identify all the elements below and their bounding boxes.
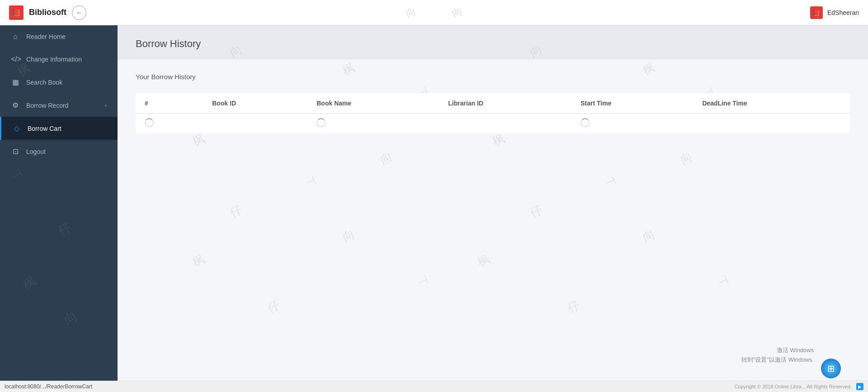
col-start-time: Start Time	[571, 93, 693, 114]
sidebar-item-reader-home[interactable]: ⌂ Reader Home	[0, 25, 118, 48]
header-left: 📕 Bibliosoft ←	[9, 5, 86, 20]
page-header: Borrow History	[118, 25, 868, 59]
content-body: Your Borrow History # Book ID Book Name …	[118, 59, 868, 147]
spinner-cell-1	[203, 114, 307, 134]
cwm-13: ⊣	[303, 173, 318, 190]
sidebar-label-search-book: Search Book	[26, 79, 62, 86]
cwm-11: 向	[377, 148, 395, 167]
spinner-1	[136, 114, 203, 134]
windows-logo: ⊞	[827, 363, 835, 374]
table-header-row: # Book ID Book Name Librarian ID Start T…	[136, 93, 850, 114]
windows-badge-icon: ⊞	[821, 359, 841, 378]
statusbar-right: Copyright © 2018.Online Libra... All Rig…	[735, 383, 863, 390]
cwm-24: 仔	[565, 297, 582, 317]
header-watermarks: 向 向	[406, 6, 462, 19]
loading-row	[136, 114, 850, 134]
logo-icon: 📕	[9, 5, 24, 20]
col-number: #	[136, 93, 203, 114]
chevron-icon: ‹	[105, 102, 107, 109]
sidebar: 枫 向 ⊣ 仔 枫 向 ⌂ Reader Home </> Change Inf…	[0, 25, 118, 381]
back-button[interactable]: ←	[72, 5, 86, 20]
sidebar-label-change-information: Change Information	[26, 56, 82, 63]
content-area: 向 向 枫 枫 ⊣ ⊣ 仔 仔 枫 枫 向 向 ⊣ ⊣ 仔 仔 向 向 枫 枫 …	[118, 25, 868, 381]
cwm-19: 枫	[190, 251, 207, 271]
activate-windows-text: 激活 Windows 转到"设置"以激活 Windows.	[741, 346, 814, 365]
col-librarian-id: Librarian ID	[439, 93, 571, 114]
cwm-20: 枫	[475, 251, 492, 271]
back-arrow-icon: ←	[76, 9, 82, 16]
main-layout: 枫 向 ⊣ 仔 枫 向 ⌂ Reader Home </> Change Inf…	[0, 25, 868, 381]
gear-icon: ⚙	[11, 101, 20, 110]
spinner-cell-3	[693, 114, 850, 134]
section-subtitle: Your Borrow History	[136, 73, 850, 81]
swm-4: 仔	[55, 219, 75, 240]
swm-3: ⊣	[9, 166, 25, 184]
sidebar-label-logout: Logout	[26, 148, 46, 155]
username-label: EdSheeran	[827, 9, 859, 16]
logo-text: Bibliosoft	[29, 8, 66, 17]
cwm-12: 向	[678, 148, 695, 167]
col-book-name: Book Name	[307, 93, 439, 114]
table-body	[136, 114, 850, 134]
spinner-3	[571, 114, 693, 134]
col-deadline-time: DeadLine Time	[693, 93, 850, 114]
sidebar-item-logout[interactable]: ⊡ Logout	[0, 140, 118, 163]
header-right: 📕 EdSheeran	[810, 6, 859, 19]
swm-5: 枫	[20, 272, 39, 293]
activate-line2: 转到"设置"以激活 Windows.	[741, 355, 814, 365]
spinner-cell-2	[439, 114, 571, 134]
cwm-14: ⊣	[603, 173, 618, 190]
copyright-text: Copyright © 2018.Online Libra... All Rig…	[735, 384, 852, 389]
statusbar: localhost:8080/.../ReaderBorrowCart Copy…	[0, 381, 868, 392]
activate-line1: 激活 Windows	[741, 346, 814, 355]
statusbar-url: localhost:8080/.../ReaderBorrowCart	[5, 383, 92, 390]
sidebar-item-search-book[interactable]: ▦ Search Book	[0, 71, 118, 94]
page-title: Borrow History	[136, 38, 850, 50]
table-header: # Book ID Book Name Librarian ID Start T…	[136, 93, 850, 114]
sidebar-item-borrow-cart[interactable]: ◇ Borrow Cart	[0, 117, 118, 140]
spinner-2	[307, 114, 439, 134]
header-wm-1: 向	[404, 5, 418, 21]
cwm-17: 向	[340, 226, 357, 246]
cwm-21: ⊣	[415, 272, 431, 290]
borrow-history-table-container: # Book ID Book Name Librarian ID Start T…	[136, 93, 850, 133]
logout-icon: ⊡	[11, 147, 20, 156]
app-header: 📕 Bibliosoft ← 向 向 📕 EdSheeran	[0, 0, 868, 25]
sidebar-label-reader-home: Reader Home	[26, 33, 66, 40]
sidebar-item-change-information[interactable]: </> Change Information	[0, 48, 118, 71]
sidebar-label-borrow-cart: Borrow Cart	[28, 125, 61, 132]
code-icon: </>	[11, 55, 20, 63]
swm-6: 向	[61, 308, 80, 329]
sidebar-label-borrow-record: Borrow Record	[26, 102, 68, 109]
grid-icon: ▦	[11, 78, 20, 86]
user-avatar-icon: 📕	[810, 6, 823, 19]
cwm-15: 仔	[227, 201, 245, 221]
cwm-16: 仔	[528, 201, 545, 221]
sidebar-item-borrow-record[interactable]: ⚙ Borrow Record ‹	[0, 94, 118, 117]
scroll-right-button[interactable]: ▶	[856, 383, 863, 390]
cwm-18: 向	[640, 226, 657, 246]
home-icon: ⌂	[11, 33, 20, 41]
logo-symbol: 📕	[12, 8, 21, 17]
header-wm-2: 向	[450, 5, 464, 21]
cwm-23: 仔	[265, 297, 282, 317]
col-book-id: Book ID	[203, 93, 307, 114]
cart-icon: ◇	[12, 124, 21, 133]
borrow-history-table: # Book ID Book Name Librarian ID Start T…	[136, 93, 850, 133]
cwm-22: ⊣	[716, 272, 731, 290]
